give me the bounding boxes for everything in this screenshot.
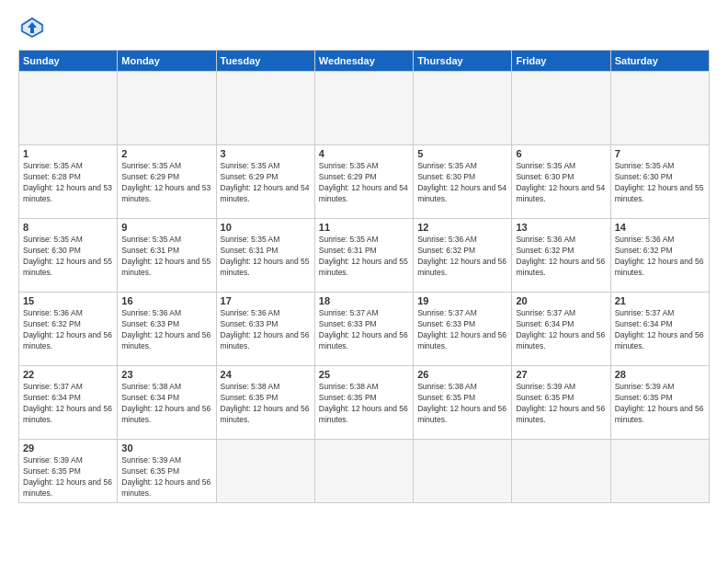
day-number: 12	[417, 222, 507, 233]
day-number: 30	[121, 442, 211, 454]
day-number: 23	[121, 369, 211, 380]
table-row: 10Sunrise: 5:35 AMSunset: 6:31 PMDayligh…	[216, 219, 314, 293]
table-row	[216, 72, 314, 145]
logo	[18, 15, 50, 40]
calendar-week-row	[19, 72, 710, 145]
table-row: 18Sunrise: 5:37 AMSunset: 6:33 PMDayligh…	[314, 293, 413, 366]
table-row	[512, 72, 610, 145]
day-number: 15	[23, 295, 113, 306]
day-info: Sunrise: 5:39 AMSunset: 6:35 PMDaylight:…	[615, 382, 705, 426]
day-info: Sunrise: 5:39 AMSunset: 6:35 PMDaylight:…	[121, 455, 211, 500]
day-number: 3	[221, 148, 311, 159]
day-number: 14	[615, 222, 705, 233]
table-row: 29Sunrise: 5:39 AMSunset: 6:35 PMDayligh…	[19, 440, 118, 503]
day-info: Sunrise: 5:35 AMSunset: 6:30 PMDaylight:…	[417, 161, 507, 205]
day-number: 21	[615, 295, 705, 306]
day-number: 28	[615, 369, 705, 380]
table-row	[118, 72, 216, 145]
table-row	[216, 440, 314, 503]
day-info: Sunrise: 5:35 AMSunset: 6:30 PMDaylight:…	[23, 235, 113, 279]
day-number: 16	[121, 295, 211, 306]
day-number: 26	[417, 369, 507, 380]
calendar-week-row: 8Sunrise: 5:35 AMSunset: 6:30 PMDaylight…	[19, 219, 710, 293]
header-tuesday: Tuesday	[216, 51, 314, 72]
day-number: 22	[23, 369, 113, 380]
table-row: 30Sunrise: 5:39 AMSunset: 6:35 PMDayligh…	[118, 440, 216, 503]
table-row: 16Sunrise: 5:36 AMSunset: 6:33 PMDayligh…	[118, 293, 216, 366]
day-info: Sunrise: 5:37 AMSunset: 6:34 PMDaylight:…	[615, 308, 705, 352]
day-info: Sunrise: 5:35 AMSunset: 6:31 PMDaylight:…	[121, 235, 211, 279]
day-number: 17	[221, 295, 311, 306]
table-row	[314, 72, 413, 145]
day-info: Sunrise: 5:38 AMSunset: 6:35 PMDaylight:…	[417, 382, 507, 426]
day-info: Sunrise: 5:36 AMSunset: 6:32 PMDaylight:…	[516, 235, 606, 279]
day-info: Sunrise: 5:36 AMSunset: 6:32 PMDaylight:…	[417, 235, 507, 279]
table-row: 2Sunrise: 5:35 AMSunset: 6:29 PMDaylight…	[118, 145, 216, 219]
day-number: 2	[121, 148, 211, 159]
day-info: Sunrise: 5:39 AMSunset: 6:35 PMDaylight:…	[516, 382, 606, 426]
table-row: 25Sunrise: 5:38 AMSunset: 6:35 PMDayligh…	[314, 366, 413, 440]
weekday-header-row: Sunday Monday Tuesday Wednesday Thursday…	[19, 51, 710, 72]
table-row: 24Sunrise: 5:38 AMSunset: 6:35 PMDayligh…	[216, 366, 314, 440]
table-row: 17Sunrise: 5:36 AMSunset: 6:33 PMDayligh…	[216, 293, 314, 366]
day-number: 9	[121, 222, 211, 233]
table-row: 28Sunrise: 5:39 AMSunset: 6:35 PMDayligh…	[610, 366, 709, 440]
day-info: Sunrise: 5:35 AMSunset: 6:30 PMDaylight:…	[516, 161, 606, 205]
header-wednesday: Wednesday	[314, 51, 413, 72]
page: Sunday Monday Tuesday Wednesday Thursday…	[0, 0, 728, 563]
table-row	[414, 440, 512, 503]
day-info: Sunrise: 5:36 AMSunset: 6:32 PMDaylight:…	[615, 235, 705, 279]
day-info: Sunrise: 5:35 AMSunset: 6:28 PMDaylight:…	[23, 161, 113, 205]
day-number: 19	[417, 295, 507, 306]
day-info: Sunrise: 5:37 AMSunset: 6:33 PMDaylight:…	[417, 308, 507, 352]
table-row: 13Sunrise: 5:36 AMSunset: 6:32 PMDayligh…	[512, 219, 610, 293]
table-row: 11Sunrise: 5:35 AMSunset: 6:31 PMDayligh…	[314, 219, 413, 293]
table-row: 5Sunrise: 5:35 AMSunset: 6:30 PMDaylight…	[414, 145, 512, 219]
calendar-week-row: 29Sunrise: 5:39 AMSunset: 6:35 PMDayligh…	[19, 440, 710, 503]
day-number: 24	[221, 369, 311, 380]
table-row: 12Sunrise: 5:36 AMSunset: 6:32 PMDayligh…	[414, 219, 512, 293]
header-friday: Friday	[512, 51, 610, 72]
day-info: Sunrise: 5:37 AMSunset: 6:33 PMDaylight:…	[319, 308, 409, 352]
day-info: Sunrise: 5:35 AMSunset: 6:29 PMDaylight:…	[319, 161, 409, 205]
day-info: Sunrise: 5:36 AMSunset: 6:33 PMDaylight:…	[121, 308, 211, 352]
table-row: 4Sunrise: 5:35 AMSunset: 6:29 PMDaylight…	[314, 145, 413, 219]
table-row: 8Sunrise: 5:35 AMSunset: 6:30 PMDaylight…	[19, 219, 118, 293]
table-row	[19, 72, 118, 145]
day-info: Sunrise: 5:35 AMSunset: 6:29 PMDaylight:…	[221, 161, 311, 205]
header-thursday: Thursday	[414, 51, 512, 72]
table-row	[314, 440, 413, 503]
table-row: 3Sunrise: 5:35 AMSunset: 6:29 PMDaylight…	[216, 145, 314, 219]
day-info: Sunrise: 5:37 AMSunset: 6:34 PMDaylight:…	[516, 308, 606, 352]
day-number: 5	[417, 148, 507, 159]
day-number: 1	[23, 148, 113, 159]
day-number: 6	[516, 148, 606, 159]
table-row: 9Sunrise: 5:35 AMSunset: 6:31 PMDaylight…	[118, 219, 216, 293]
table-row: 21Sunrise: 5:37 AMSunset: 6:34 PMDayligh…	[610, 293, 709, 366]
table-row	[610, 72, 709, 145]
table-row: 19Sunrise: 5:37 AMSunset: 6:33 PMDayligh…	[414, 293, 512, 366]
header-saturday: Saturday	[610, 51, 709, 72]
day-info: Sunrise: 5:36 AMSunset: 6:33 PMDaylight:…	[221, 308, 311, 352]
day-info: Sunrise: 5:38 AMSunset: 6:35 PMDaylight:…	[221, 382, 311, 426]
calendar-table: Sunday Monday Tuesday Wednesday Thursday…	[18, 50, 710, 503]
day-number: 13	[516, 222, 606, 233]
calendar-week-row: 1Sunrise: 5:35 AMSunset: 6:28 PMDaylight…	[19, 145, 710, 219]
calendar-week-row: 15Sunrise: 5:36 AMSunset: 6:32 PMDayligh…	[19, 293, 710, 366]
day-number: 29	[23, 442, 113, 454]
table-row: 26Sunrise: 5:38 AMSunset: 6:35 PMDayligh…	[414, 366, 512, 440]
day-number: 27	[516, 369, 606, 380]
day-info: Sunrise: 5:38 AMSunset: 6:35 PMDaylight:…	[319, 382, 409, 426]
day-info: Sunrise: 5:38 AMSunset: 6:34 PMDaylight:…	[121, 382, 211, 426]
table-row: 27Sunrise: 5:39 AMSunset: 6:35 PMDayligh…	[512, 366, 610, 440]
table-row: 1Sunrise: 5:35 AMSunset: 6:28 PMDaylight…	[19, 145, 118, 219]
day-info: Sunrise: 5:39 AMSunset: 6:35 PMDaylight:…	[23, 455, 113, 500]
table-row: 14Sunrise: 5:36 AMSunset: 6:32 PMDayligh…	[610, 219, 709, 293]
calendar-week-row: 22Sunrise: 5:37 AMSunset: 6:34 PMDayligh…	[19, 366, 710, 440]
table-row: 6Sunrise: 5:35 AMSunset: 6:30 PMDaylight…	[512, 145, 610, 219]
day-number: 18	[319, 295, 409, 306]
table-row: 7Sunrise: 5:35 AMSunset: 6:30 PMDaylight…	[610, 145, 709, 219]
day-info: Sunrise: 5:35 AMSunset: 6:29 PMDaylight:…	[121, 161, 211, 205]
day-number: 10	[221, 222, 311, 233]
day-info: Sunrise: 5:35 AMSunset: 6:30 PMDaylight:…	[615, 161, 705, 205]
